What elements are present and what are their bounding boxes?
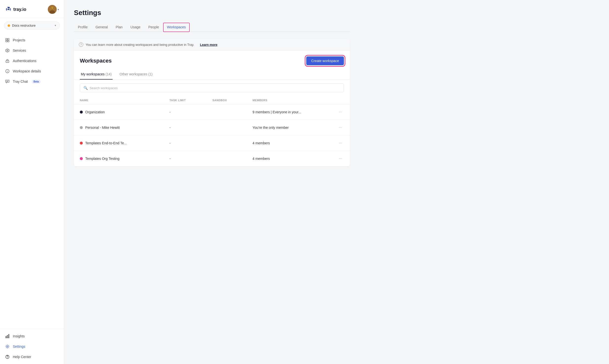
workspace-details-icon xyxy=(5,69,10,74)
ws-color-dot-pink xyxy=(80,157,83,160)
projects-icon xyxy=(5,38,10,43)
ws-name-cell: Personal - Mike Hewitt xyxy=(74,120,164,135)
workspaces-section-title: Workspaces xyxy=(80,58,112,64)
svg-rect-7 xyxy=(8,38,9,40)
ws-more-menu[interactable]: ··· xyxy=(337,155,344,162)
other-workspaces-count: (1) xyxy=(148,72,152,76)
ws-task-limit: - xyxy=(164,120,206,135)
sidebar-item-insights-label: Insights xyxy=(13,334,25,338)
tab-my-workspaces[interactable]: My workspaces (14) xyxy=(80,69,113,80)
my-workspaces-label: My workspaces xyxy=(81,72,104,76)
info-banner-text: You can learn more about creating worksp… xyxy=(86,43,194,47)
sidebar-item-workspace-details[interactable]: Workspace details xyxy=(0,66,64,76)
ws-name-cell: Templates Org Testing xyxy=(74,151,164,166)
svg-rect-8 xyxy=(6,40,7,42)
sidebar-header: tray.io ▾ xyxy=(0,0,64,18)
tab-usage[interactable]: Usage xyxy=(127,23,144,32)
svg-rect-9 xyxy=(8,40,9,42)
table-row: Organization - 9 members | Everyone in y… xyxy=(74,104,350,120)
svg-point-10 xyxy=(7,50,8,51)
col-name: NAME xyxy=(74,96,164,104)
tray-logo-icon xyxy=(5,6,12,13)
sidebar-item-settings[interactable]: Settings xyxy=(0,341,64,352)
ws-members-cell: You're the only member ··· xyxy=(247,120,350,135)
ws-name-cell: Templates End-to-End Te... xyxy=(74,135,164,151)
ws-members-cell: 4 members ··· xyxy=(247,151,350,166)
tab-other-workspaces[interactable]: Other workspaces (1) xyxy=(118,69,153,80)
ws-color-dot-dark xyxy=(80,111,83,114)
sidebar-nav: Projects Services Authentications xyxy=(0,33,64,329)
svg-rect-16 xyxy=(7,335,8,338)
help-center-icon xyxy=(5,354,10,359)
sidebar-bottom: Insights Settings Help Center xyxy=(0,329,64,364)
ws-members-text: 4 members xyxy=(253,157,270,161)
svg-rect-17 xyxy=(8,334,9,338)
sidebar-item-tray-chat[interactable]: Tray Chat Beta xyxy=(0,76,64,87)
ws-name: Organization xyxy=(85,110,105,114)
create-workspace-button[interactable]: Create workspace xyxy=(306,56,344,65)
sidebar-item-services-label: Services xyxy=(13,49,26,52)
svg-point-4 xyxy=(51,8,52,9)
sidebar-item-projects[interactable]: Projects xyxy=(0,35,64,45)
ws-task-limit: - xyxy=(164,151,206,166)
table-row: Templates End-to-End Te... - 4 members ·… xyxy=(74,135,350,151)
tab-plan[interactable]: Plan xyxy=(112,23,127,32)
sidebar-item-help-center-label: Help Center xyxy=(13,355,31,359)
tray-chat-icon xyxy=(5,79,10,84)
table-row: Personal - Mike Hewitt - You're the only… xyxy=(74,120,350,135)
sidebar-item-services[interactable]: Services xyxy=(0,45,64,56)
ws-sandbox xyxy=(206,151,247,166)
sidebar-item-help-center[interactable]: Help Center xyxy=(0,352,64,362)
svg-rect-15 xyxy=(6,336,6,338)
ws-members-text: 4 members xyxy=(253,141,270,145)
svg-point-0 xyxy=(8,9,9,10)
table-header: NAME TASK LIMIT SANDBOX MEMBERS xyxy=(74,96,350,104)
settings-tabs: Profile General Plan Usage People Worksp… xyxy=(74,23,350,32)
tab-people[interactable]: People xyxy=(144,23,163,32)
services-icon xyxy=(5,48,10,53)
ws-sandbox xyxy=(206,135,247,151)
ws-color-dot-gray xyxy=(80,126,83,129)
search-icon: 🔍 xyxy=(84,86,88,90)
workspaces-table: NAME TASK LIMIT SANDBOX MEMBERS Organiza… xyxy=(74,96,350,166)
tab-workspaces[interactable]: Workspaces xyxy=(163,23,190,32)
svg-point-18 xyxy=(7,346,8,347)
ws-more-menu[interactable]: ··· xyxy=(337,140,344,146)
user-avatar-button[interactable]: ▾ xyxy=(48,5,59,14)
page-title: Settings xyxy=(74,9,350,17)
search-input[interactable] xyxy=(90,86,340,90)
ws-task-limit: - xyxy=(164,135,206,151)
col-task-limit: TASK LIMIT xyxy=(164,96,206,104)
tray-chat-beta-badge: Beta xyxy=(32,80,41,83)
ws-name-cell: Organization xyxy=(74,104,164,120)
ws-more-menu[interactable]: ··· xyxy=(337,109,344,115)
sidebar-item-settings-label: Settings xyxy=(13,345,25,348)
avatar-chevron-icon: ▾ xyxy=(58,8,59,11)
settings-icon xyxy=(5,344,10,349)
ws-name: Templates End-to-End Te... xyxy=(85,141,127,145)
tab-profile[interactable]: Profile xyxy=(74,23,92,32)
ws-task-limit: - xyxy=(164,104,206,120)
learn-more-link[interactable]: Learn more xyxy=(200,43,218,47)
workspace-tabs: My workspaces (14) Other workspaces (1) xyxy=(74,69,350,80)
ws-more-menu[interactable]: ··· xyxy=(337,124,344,131)
ws-members-cell: 9 members | Everyone in your... ··· xyxy=(247,104,350,120)
ws-name: Templates Org Testing xyxy=(85,157,119,161)
ws-sandbox xyxy=(206,120,247,135)
svg-point-20 xyxy=(7,358,8,358)
main-content: Settings Profile General Plan Usage Peop… xyxy=(64,0,609,364)
sidebar-item-authentications[interactable]: Authentications xyxy=(0,56,64,66)
tab-general[interactable]: General xyxy=(92,23,112,32)
ws-name: Personal - Mike Hewitt xyxy=(85,126,120,130)
sidebar-item-insights[interactable]: Insights xyxy=(0,331,64,341)
ws-members-text: 9 members | Everyone in your... xyxy=(253,110,301,114)
table-body: Organization - 9 members | Everyone in y… xyxy=(74,104,350,166)
workspace-selector-label: Docs restructure xyxy=(12,24,53,27)
sidebar-item-tray-chat-label: Tray Chat xyxy=(13,80,28,83)
info-banner: ? You can learn more about creating work… xyxy=(74,39,350,50)
search-container: 🔍 xyxy=(74,80,350,96)
other-workspaces-label: Other workspaces xyxy=(119,72,147,76)
workspace-selector[interactable]: Docs restructure ▾ xyxy=(4,21,60,30)
my-workspaces-count: (14) xyxy=(105,72,112,76)
workspace-dot-icon xyxy=(8,24,10,27)
